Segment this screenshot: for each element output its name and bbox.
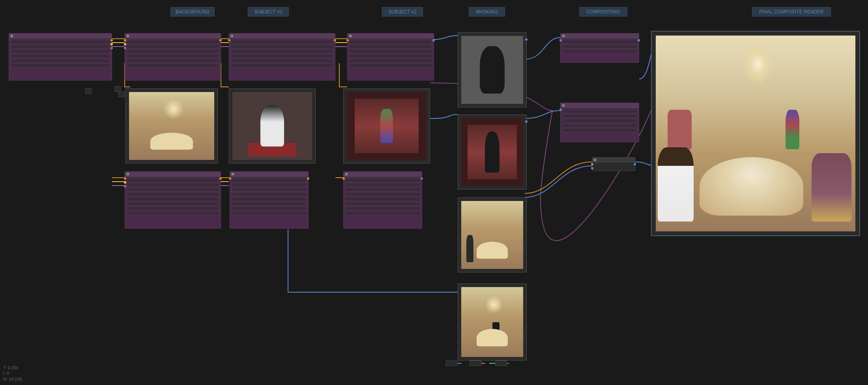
jester-figure	[786, 110, 799, 149]
section-label-compositing: COMPOSITING	[579, 7, 627, 17]
chair-right	[812, 153, 851, 222]
mask-preview-jester[interactable]	[458, 115, 527, 190]
reroute-3[interactable]	[118, 92, 125, 97]
queen-mask-image	[461, 36, 523, 104]
prompt-node-subject1[interactable]	[229, 33, 335, 81]
mini-connector-3[interactable]	[495, 361, 507, 366]
composite-preview-jester[interactable]	[458, 284, 527, 361]
ballroom-preview-image	[129, 92, 214, 160]
composite-settings-1[interactable]	[560, 33, 639, 63]
composite-queen-image	[461, 201, 523, 269]
section-label-final: FINAL COMPOSITE RENDER	[752, 7, 831, 17]
composite-jester-image	[461, 287, 523, 357]
prompt-node-background[interactable]	[125, 33, 221, 81]
node-graph-canvas[interactable]: BACKGROUND SUBJECT #1 SUBJECT #2 MASKING…	[0, 0, 868, 385]
section-label-masking: MASKING	[469, 7, 505, 17]
jester-preview-image	[347, 92, 427, 160]
composite-merge-node[interactable]	[592, 157, 635, 171]
composite-preview-queen[interactable]	[458, 197, 527, 272]
chandelier-element	[740, 39, 776, 88]
feast-table	[700, 157, 803, 216]
composite-settings-2[interactable]	[560, 103, 639, 142]
reroute-2[interactable]	[114, 86, 121, 92]
section-label-subject2: SUBJECT #2	[382, 7, 423, 17]
mini-connector-2[interactable]	[470, 361, 481, 366]
sampler-node-3[interactable]	[343, 171, 422, 229]
prompt-node-subject2[interactable]	[347, 33, 434, 81]
section-label-subject1: SUBJECT #1	[248, 7, 289, 17]
graph-stats: T: 0.00s I: 0 N: 24 [24]	[3, 365, 22, 382]
queen-figure	[658, 147, 694, 222]
section-label-background: BACKGROUND	[170, 7, 215, 17]
sampler-node-2[interactable]	[230, 171, 309, 229]
throne-background	[668, 110, 692, 149]
sampler-node-1[interactable]	[125, 171, 221, 229]
stat-iterations: I: 0	[3, 370, 22, 376]
jester-mask-image	[461, 118, 523, 186]
mask-preview-queen[interactable]	[458, 32, 527, 107]
final-output-node[interactable]	[651, 31, 860, 236]
model-node-1[interactable]	[9, 33, 112, 81]
final-composite-image	[656, 36, 855, 231]
mini-connector-1[interactable]	[446, 361, 458, 366]
queen-preview-image	[232, 92, 312, 160]
reroute-1[interactable]	[85, 88, 92, 94]
preview-queen[interactable]	[229, 88, 316, 163]
preview-background[interactable]	[125, 88, 218, 163]
stat-nodes: N: 24 [24]	[3, 376, 22, 382]
preview-jester[interactable]	[343, 88, 430, 163]
stat-time: T: 0.00s	[3, 365, 22, 370]
